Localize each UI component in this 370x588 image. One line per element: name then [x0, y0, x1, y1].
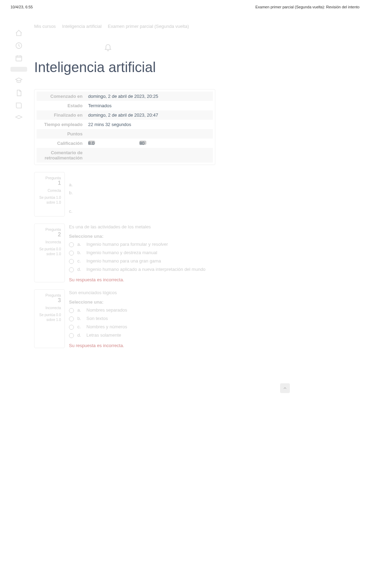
select-one-heading: Seleccione una: — [69, 234, 360, 239]
radio-icon — [69, 325, 74, 330]
question-2: Pregunta 2 Incorrecta Se puntúa 0.0 sobr… — [34, 224, 360, 282]
radio-icon — [69, 251, 74, 256]
val-time: 22 mins 32 segundos — [85, 120, 213, 129]
breadcrumb: Mis cursos Inteligencia artificial Exame… — [34, 24, 360, 29]
q1-option-b[interactable]: b. — [69, 190, 360, 195]
home-icon[interactable] — [15, 29, 23, 37]
question-points: Se puntúa 0.0 sobre 1.0 — [38, 247, 61, 257]
q3-option-c[interactable]: c. Nombres y números — [69, 324, 360, 330]
question-status: Incorrecta — [38, 306, 61, 311]
question-1: Pregunta 1 Correcta Se puntúa 1.0 sobre … — [34, 172, 360, 217]
q1-option-c[interactable]: c. — [69, 209, 360, 214]
q2-option-b[interactable]: b. Ingenio humano y destreza manual — [69, 250, 360, 256]
question-text: Es una de las actividades de los metales — [69, 224, 360, 229]
question-3: Pregunta 3 Incorrecta Se puntúa 0.0 sobr… — [34, 289, 360, 348]
radio-icon — [69, 308, 74, 313]
q2-option-a[interactable]: a. Ingenio humano para formular y resolv… — [69, 242, 360, 247]
radio-icon — [69, 333, 74, 338]
summary-table: Comenzado en domingo, 2 de abril de 2023… — [37, 92, 213, 163]
question-label: Pregunta — [38, 176, 61, 180]
question-body: a. b. c. — [69, 172, 360, 217]
crumb-my-courses[interactable]: Mis cursos — [34, 24, 56, 29]
question-points: Se puntúa 0.0 sobre 1.0 — [38, 313, 61, 322]
crumb-course[interactable]: Inteligencia artificial — [62, 24, 101, 29]
question-number: 3 — [38, 297, 61, 304]
val-finished: domingo, 2 de abril de 2023, 20:47 — [85, 110, 213, 120]
label-time: Tiempo empleado — [37, 120, 85, 129]
label-grade: Calificación — [37, 139, 85, 148]
calendar-icon[interactable] — [15, 54, 23, 62]
val-grade: 8.0 80 — [85, 139, 213, 148]
question-body: Son enunciados lógicos Seleccione una: a… — [69, 289, 360, 348]
bell-icon[interactable] — [104, 43, 112, 51]
val-points — [85, 129, 213, 139]
dashboard-icon[interactable] — [15, 42, 23, 49]
attempt-summary: Comenzado en domingo, 2 de abril de 2023… — [34, 89, 215, 165]
select-one-heading: Seleccione una: — [69, 299, 360, 305]
radio-icon — [69, 242, 74, 247]
q3-option-b[interactable]: b. Son textos — [69, 316, 360, 321]
grad-icon[interactable] — [15, 114, 23, 122]
question-text: Son enunciados lógicos — [69, 290, 360, 295]
question-body: Es una de las actividades de los metales… — [69, 224, 360, 282]
question-number: 1 — [38, 180, 61, 186]
q1-option-a[interactable]: a. — [69, 182, 360, 187]
print-timestamp: 10/4/23, 6:55 — [10, 5, 33, 9]
question-feedback: Su respuesta es incorrecta. — [69, 277, 360, 282]
question-status: Correcta — [38, 188, 61, 193]
sidebar-label — [10, 67, 27, 72]
svg-rect-1 — [16, 56, 22, 61]
question-feedback: Su respuesta es incorrecta. — [69, 343, 360, 348]
cap-icon[interactable] — [15, 77, 23, 84]
val-state: Terminados — [85, 101, 213, 110]
sidebar — [10, 14, 27, 348]
q3-option-d[interactable]: d. Letras solamente — [69, 332, 360, 338]
files-icon[interactable] — [15, 89, 23, 97]
question-label: Pregunta — [38, 227, 61, 232]
page-header: 10/4/23, 6:55 Examen primer parcial (Seg… — [0, 0, 370, 14]
question-info-box: Pregunta 2 Incorrecta Se puntúa 0.0 sobr… — [34, 224, 65, 282]
book-icon[interactable] — [15, 102, 23, 109]
radio-icon — [69, 259, 74, 264]
label-started: Comenzado en — [37, 92, 85, 101]
question-info-box: Pregunta 1 Correcta Se puntúa 1.0 sobre … — [34, 172, 65, 217]
grade-value-2: 80 — [139, 141, 146, 145]
val-started: domingo, 2 de abril de 2023, 20:25 — [85, 92, 213, 101]
page-title: Inteligencia artificial — [34, 60, 360, 75]
label-feedback: Comentario de retroalimentación — [37, 148, 85, 163]
q2-option-d[interactable]: d. Ingenio humano aplicado a nueva inter… — [69, 267, 360, 272]
question-points: Se puntúa 1.0 sobre 1.0 — [38, 195, 61, 205]
question-info-box: Pregunta 3 Incorrecta Se puntúa 0.0 sobr… — [34, 289, 65, 348]
crumb-exam[interactable]: Examen primer parcial (Segunda vuelta) — [108, 24, 189, 29]
main-content: Mis cursos Inteligencia artificial Exame… — [27, 14, 360, 348]
radio-icon — [69, 267, 74, 272]
question-label: Pregunta — [38, 293, 61, 297]
question-number: 2 — [38, 232, 61, 238]
label-finished: Finalizado en — [37, 110, 85, 120]
print-doc-title: Examen primer parcial (Segunda vuelta): … — [255, 5, 360, 9]
label-points: Puntos — [37, 129, 85, 139]
question-status: Incorrecta — [38, 240, 61, 245]
radio-icon — [69, 316, 74, 321]
grade-value-1: 8.0 — [88, 141, 95, 145]
val-feedback — [85, 148, 213, 163]
q3-option-a[interactable]: a. Nombres separados — [69, 307, 360, 313]
label-state: Estado — [37, 101, 85, 110]
q2-option-c[interactable]: c. Ingenio humano para una gran gama — [69, 258, 360, 264]
